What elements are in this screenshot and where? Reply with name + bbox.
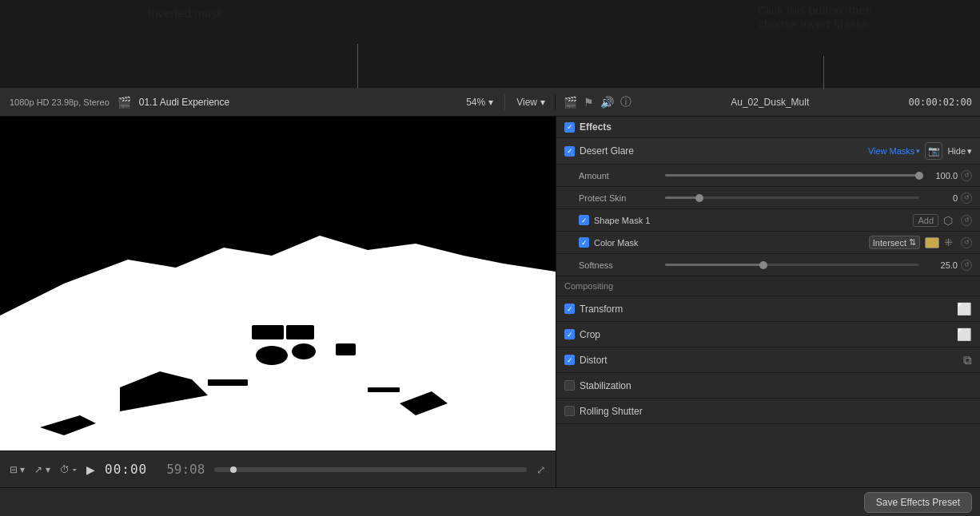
shape-mask-icon[interactable]: ⬡ [943,214,953,227]
inspector-panel: Effects Desert Glare View Masks ▾ 📷 Hide… [556,117,980,487]
svg-rect-12 [208,379,248,386]
softness-thumb[interactable] [759,261,767,269]
view-masks-button[interactable]: View Masks ▾ [868,146,920,156]
content-area: ⊟ ▾ ↗ ▾ ⏱ ▾ ▶ 00:00 59:08 ⤢ Effects [0,117,980,487]
callout-left-line [357,44,358,88]
softness-slider[interactable] [665,264,919,266]
shape-mask-row: Shape Mask 1 Add ⬡ ↺ [556,209,980,232]
amount-slider[interactable] [665,174,919,177]
inspector-icons: 🎬 ⚑ 🔊 ⓘ [564,95,631,109]
color-mask-checkbox[interactable] [579,237,589,248]
transform-icon[interactable]: ⬜ [957,302,972,316]
video-tab-icon[interactable]: 🎬 [564,96,577,109]
svg-rect-6 [336,343,356,355]
color-mask-reset[interactable]: ↺ [961,237,972,248]
view-button[interactable]: View ▾ [516,97,545,108]
crop-icon[interactable]: ⬜ [957,327,972,342]
protect-skin-slider[interactable] [665,196,919,199]
media-info: 1080p HD 23.98p, Stereo [10,97,110,107]
effects-checkbox[interactable] [564,122,575,133]
intersect-select[interactable]: Intersect ⇅ [869,236,920,249]
shape-mask-actions: Add ⬡ ↺ [913,214,972,227]
color-mask-row: Color Mask Intersect ⇅ ⁜ ↺ [556,232,980,254]
callout-area: Inverted mask Click this button, then ch… [0,0,980,88]
desert-glare-checkbox[interactable] [564,146,575,157]
flag-icon[interactable]: ⚑ [584,96,594,109]
crop-checkbox[interactable] [564,329,575,339]
rolling-shutter-label: Rolling Shutter [580,406,643,417]
svg-point-4 [256,346,288,365]
distort-label: Distort [580,355,608,366]
film-icon: 🎬 [118,96,131,109]
save-effects-preset-button[interactable]: Save Effects Preset [864,492,972,513]
amount-row: Amount 100.0 ↺ [556,165,980,187]
svg-point-5 [292,343,316,359]
shape-mask-label: Shape Mask 1 [594,216,650,225]
transform-checkbox[interactable] [564,304,575,314]
divider1 [504,95,505,109]
transform-label: Transform [580,304,623,315]
softness-row: Softness 25.0 ↺ [556,254,980,276]
amount-fill [665,174,919,177]
layout-button[interactable]: ⊟ ▾ [10,464,25,475]
distort-checkbox[interactable] [564,355,575,365]
info-icon[interactable]: ⓘ [620,95,631,109]
speed-button[interactable]: ⏱ ▾ [60,464,77,475]
bottom-bar: Save Effects Preset [0,487,980,516]
desert-glare-row: Desert Glare View Masks ▾ 📷 Hide ▾ [556,138,980,165]
svg-rect-11 [286,325,314,339]
play-button[interactable]: ▶ [86,463,95,476]
protect-skin-value: 0 [926,193,958,203]
softness-value: 25.0 [926,260,958,270]
svg-rect-10 [252,325,284,339]
crop-label: Crop [580,329,600,340]
amount-thumb[interactable] [915,172,923,180]
stabilization-label: Stabilization [580,380,631,391]
desert-glare-actions: View Masks ▾ 📷 Hide ▾ [868,142,972,160]
transform-row: Transform ⬜ [556,296,980,322]
softness-label: Softness [579,260,659,270]
callout-right-label: Click this button, then choose Invert Ma… [758,3,872,30]
add-mask-button[interactable]: Add [913,214,938,227]
timecode-current: 00:00 [105,462,147,477]
main-container: 1080p HD 23.98p, Stereo 🎬 01.1 Audi Expe… [0,88,980,516]
color-swatch[interactable] [925,237,939,248]
transform-button[interactable]: ↗ ▾ [34,464,50,475]
clip-name-label: 01.1 Audi Experience [139,97,229,108]
svg-rect-13 [368,387,400,392]
color-mask-actions: Intersect ⇅ ⁜ ↺ [869,236,972,249]
zoom-control[interactable]: 54% ▾ [466,97,493,108]
scrubber[interactable] [214,467,527,472]
hide-button[interactable]: Hide ▾ [947,146,972,157]
protect-skin-label: Protect Skin [579,193,659,203]
protect-skin-reset[interactable]: ↺ [961,193,972,204]
callout-left-label: Inverted mask [148,6,223,20]
distort-icon[interactable]: ⧉ [963,353,972,367]
camera-icon-button[interactable]: 📷 [925,142,942,160]
softness-fill [665,264,767,266]
eyedropper-icon[interactable]: ⁜ [944,236,953,248]
top-bar-right: 🎬 ⚑ 🔊 ⓘ Au_02_Dusk_Mult 00:00:02:00 [556,95,980,109]
effects-section-header: Effects [556,117,980,138]
amount-reset[interactable]: ↺ [961,170,972,181]
amount-label: Amount [579,171,659,181]
rolling-shutter-checkbox[interactable] [564,406,575,416]
playback-controls: ⊟ ▾ ↗ ▾ ⏱ ▾ ▶ 00:00 59:08 ⤢ [0,451,556,487]
preview-canvas [0,117,556,451]
stabilization-checkbox[interactable] [564,380,575,391]
rolling-shutter-row: Rolling Shutter [556,399,980,424]
fullscreen-button[interactable]: ⤢ [536,463,546,476]
color-mask-label: Color Mask [594,238,639,248]
stabilization-row: Stabilization [556,373,980,399]
distort-row: Distort ⧉ [556,347,980,373]
shape-mask-checkbox[interactable] [579,215,589,225]
protect-skin-row: Protect Skin 0 ↺ [556,187,980,209]
shape-mask-reset[interactable]: ↺ [961,215,972,226]
audio-icon[interactable]: 🔊 [600,96,614,109]
top-bar-left: 1080p HD 23.98p, Stereo 🎬 01.1 Audi Expe… [0,95,556,109]
protect-skin-thumb[interactable] [695,194,703,202]
softness-reset[interactable]: ↺ [961,260,972,271]
top-bar: 1080p HD 23.98p, Stereo 🎬 01.1 Audi Expe… [0,88,980,117]
scrubber-thumb [230,466,237,473]
crop-row: Crop ⬜ [556,322,980,347]
